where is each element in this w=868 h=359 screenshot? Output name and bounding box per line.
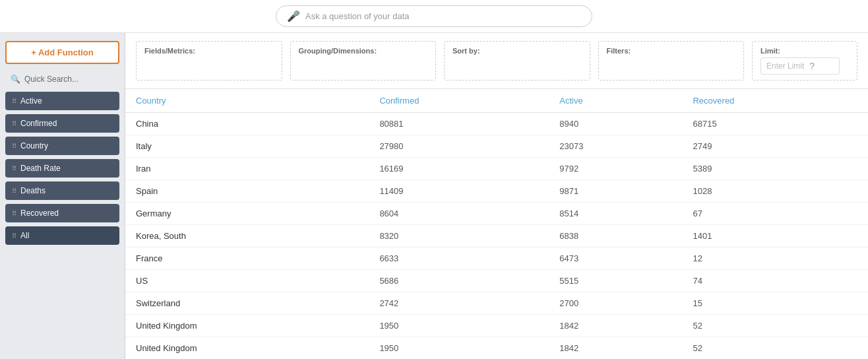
cell-active: 9871: [549, 180, 682, 203]
cell-active: 8940: [549, 113, 682, 135]
cell-recovered: 1028: [682, 180, 868, 203]
sidebar-item-death-rate[interactable]: ⠿ Death Rate: [5, 159, 119, 178]
sort-section[interactable]: Sort by:: [444, 41, 590, 81]
cell-country: United Kingdom: [125, 315, 369, 337]
quick-search-label: Quick Search...: [24, 75, 78, 84]
cell-country: Germany: [125, 203, 369, 225]
cell-confirmed: 6633: [369, 247, 549, 270]
help-icon[interactable]: ?: [809, 61, 815, 71]
cell-recovered: 52: [682, 315, 868, 337]
sidebar-item-recovered[interactable]: ⠿ Recovered: [5, 204, 119, 222]
cell-active: 1842: [549, 315, 682, 337]
microphone-icon: 🎤: [287, 10, 300, 22]
cell-active: 6838: [549, 225, 682, 247]
cell-confirmed: 16169: [369, 158, 549, 180]
data-table: Country Confirmed Active Recovered China…: [125, 89, 868, 359]
cell-recovered: 1401: [682, 225, 868, 247]
cell-recovered: 5389: [682, 158, 868, 180]
cell-recovered: 15: [682, 292, 868, 315]
cell-country: Italy: [125, 135, 369, 158]
sidebar-item-label: Confirmed: [20, 119, 57, 128]
table-row: Germany 8604 8514 67: [125, 203, 868, 225]
content-area: Fields/Metrics: Grouping/Dimensions: Sor…: [125, 33, 868, 359]
query-bar: Fields/Metrics: Grouping/Dimensions: Sor…: [125, 33, 868, 89]
search-bar-placeholder: Ask a question of your data: [305, 11, 410, 21]
fields-label: Fields/Metrics:: [144, 47, 274, 55]
col-header-country[interactable]: Country: [125, 89, 369, 113]
drag-icon: ⠿: [12, 165, 16, 172]
main-layout: + Add Function 🔍 Quick Search... ⠿ Activ…: [0, 33, 868, 359]
add-function-button[interactable]: + Add Function: [5, 41, 119, 64]
quick-search[interactable]: 🔍 Quick Search...: [5, 71, 119, 88]
cell-country: United Kingdom: [125, 337, 369, 360]
cell-country: Spain: [125, 180, 369, 203]
sidebar: + Add Function 🔍 Quick Search... ⠿ Activ…: [0, 33, 125, 359]
drag-icon: ⠿: [12, 98, 16, 105]
sidebar-item-label: Country: [20, 141, 48, 150]
table-header-row: Country Confirmed Active Recovered: [125, 89, 868, 113]
table-row: Italy 27980 23073 2749: [125, 135, 868, 158]
cell-active: 1842: [549, 337, 682, 360]
sidebar-item-all[interactable]: ⠿ All: [5, 226, 119, 245]
cell-recovered: 2749: [682, 135, 868, 158]
table-row: China 80881 8940 68715: [125, 113, 868, 135]
cell-country: France: [125, 247, 369, 270]
sidebar-item-label: All: [20, 231, 29, 240]
cell-active: 23073: [549, 135, 682, 158]
search-bar[interactable]: 🎤 Ask a question of your data: [276, 5, 592, 27]
col-header-active[interactable]: Active: [549, 89, 682, 113]
cell-active: 8514: [549, 203, 682, 225]
grouping-section[interactable]: Grouping/Dimensions:: [290, 41, 437, 81]
table-body: China 80881 8940 68715 Italy 27980 23073…: [125, 113, 868, 360]
top-bar: 🎤 Ask a question of your data: [0, 0, 868, 33]
cell-confirmed: 1950: [369, 337, 549, 360]
limit-section: Limit: Enter Limit ?: [752, 41, 857, 81]
sidebar-item-deaths[interactable]: ⠿ Deaths: [5, 181, 119, 200]
grouping-label: Grouping/Dimensions:: [299, 47, 428, 55]
limit-placeholder: Enter Limit: [766, 61, 804, 71]
table-row: US 5686 5515 74: [125, 270, 868, 292]
fields-section[interactable]: Fields/Metrics:: [136, 41, 282, 81]
col-header-recovered[interactable]: Recovered: [682, 89, 868, 113]
drag-icon: ⠿: [12, 187, 16, 195]
sort-label: Sort by:: [452, 47, 582, 55]
table-row: France 6633 6473 12: [125, 247, 868, 270]
table-container: Country Confirmed Active Recovered China…: [125, 89, 868, 359]
cell-recovered: 12: [682, 247, 868, 270]
limit-input[interactable]: Enter Limit ?: [760, 57, 840, 75]
col-header-confirmed[interactable]: Confirmed: [369, 89, 549, 113]
sidebar-item-country[interactable]: ⠿ Country: [5, 137, 119, 155]
sidebar-item-label: Deaths: [20, 186, 46, 195]
sidebar-item-label: Recovered: [20, 209, 59, 218]
app-container: 🎤 Ask a question of your data + Add Func…: [0, 0, 868, 359]
cell-country: China: [125, 113, 369, 135]
limit-label: Limit:: [760, 47, 849, 55]
sidebar-item-label: Death Rate: [20, 164, 61, 173]
sidebar-item-active[interactable]: ⠿ Active: [5, 92, 119, 110]
cell-confirmed: 5686: [369, 270, 549, 292]
table-row: United Kingdom 1950 1842 52: [125, 315, 868, 337]
drag-icon: ⠿: [12, 232, 16, 240]
table-row: Iran 16169 9792 5389: [125, 158, 868, 180]
cell-confirmed: 2742: [369, 292, 549, 315]
cell-active: 6473: [549, 247, 682, 270]
cell-confirmed: 80881: [369, 113, 549, 135]
cell-active: 2700: [549, 292, 682, 315]
cell-country: Korea, South: [125, 225, 369, 247]
cell-recovered: 52: [682, 337, 868, 360]
cell-country: US: [125, 270, 369, 292]
sidebar-item-confirmed[interactable]: ⠿ Confirmed: [5, 114, 119, 133]
filters-label: Filters:: [607, 47, 736, 55]
table-row: Switzerland 2742 2700 15: [125, 292, 868, 315]
cell-active: 9792: [549, 158, 682, 180]
cell-confirmed: 11409: [369, 180, 549, 203]
drag-icon: ⠿: [12, 120, 16, 127]
cell-confirmed: 8320: [369, 225, 549, 247]
table-row: Spain 11409 9871 1028: [125, 180, 868, 203]
cell-recovered: 67: [682, 203, 868, 225]
cell-confirmed: 1950: [369, 315, 549, 337]
cell-recovered: 74: [682, 270, 868, 292]
table-row: Korea, South 8320 6838 1401: [125, 225, 868, 247]
cell-recovered: 68715: [682, 113, 868, 135]
filters-section[interactable]: Filters:: [598, 41, 745, 81]
